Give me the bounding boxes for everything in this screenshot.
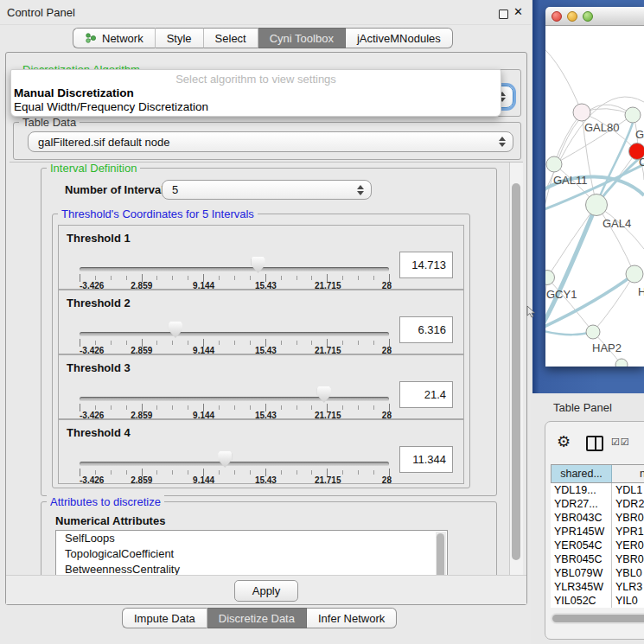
dropdown-prompt: Select algorithm to view settings <box>11 73 501 86</box>
tab-network[interactable]: Network <box>73 28 156 48</box>
node-label: GAL4 <box>603 217 631 230</box>
tab-discretize-data[interactable]: Discretize Data <box>207 608 307 628</box>
network-window-titlebar[interactable] <box>545 7 644 26</box>
attributes-list[interactable]: SelfLoops TopologicalCoefficient Between… <box>55 530 448 576</box>
tab-select[interactable]: Select <box>204 28 258 48</box>
combo-arrows-icon <box>357 185 364 195</box>
list-scrollbar[interactable] <box>436 532 446 576</box>
node-label: GAL11 <box>553 174 588 187</box>
node-label: GAL80 <box>584 121 619 134</box>
dropdown-option-equal-width-frequency[interactable]: Equal Width/Frequency Discretization <box>14 100 208 113</box>
node-gcy1[interactable] <box>545 271 555 285</box>
threshold-slider[interactable] <box>80 332 389 336</box>
table-row[interactable]: YER054CYER0 <box>551 539 644 552</box>
node-bottom-cut[interactable] <box>615 359 628 367</box>
table-row[interactable]: YPR145WYPR1 <box>551 525 644 539</box>
select-columns-icon[interactable]: ☑☑ <box>611 437 630 448</box>
table-data-combobox[interactable]: galFiltered.sif default node <box>28 131 513 152</box>
threshold-row: Threshold 2 -3.4262.8599.14415.4321.7152… <box>58 290 464 354</box>
threshold-label: Threshold 1 <box>67 232 131 245</box>
node-label: C <box>639 156 644 169</box>
node-hap[interactable] <box>626 265 643 283</box>
tab-label: Infer Network <box>318 612 385 625</box>
dropdown-option-manual-discretization[interactable]: Manual Discretization <box>14 86 134 99</box>
table-data-group: Table Data galFiltered.sif default node <box>13 122 521 160</box>
tab-cyni-toolbox[interactable]: Cyni Toolbox <box>258 28 346 48</box>
threshold-slider[interactable] <box>80 397 389 401</box>
table-horizontal-scrollbar[interactable] <box>551 613 644 624</box>
scrollbar-thumb[interactable] <box>552 615 644 622</box>
combo-value: galFiltered.sif default node <box>38 136 169 149</box>
slider-thumb[interactable] <box>169 322 182 338</box>
list-item[interactable]: SelfLoops <box>56 531 447 546</box>
tab-impute-data[interactable]: Impute Data <box>122 608 207 628</box>
column-header-shared-name[interactable]: shared... <box>552 465 612 482</box>
threshold-label: Threshold 4 <box>67 426 131 439</box>
mouse-cursor <box>526 305 537 319</box>
minimize-traffic-light-icon[interactable] <box>567 11 577 22</box>
group-title: Interval Definition <box>47 162 140 175</box>
tab-jactivemnodules[interactable]: jActiveMNodules <box>346 28 453 48</box>
control-panel-tabs: Network Style Select Cyni Toolbox jActiv… <box>73 28 453 48</box>
node-gal3[interactable] <box>625 107 641 123</box>
table-row[interactable]: YBR045CYBR0 <box>551 552 644 566</box>
threshold-label: Threshold 3 <box>67 361 131 374</box>
cyni-toolbox-panel: Discretization Algorithm Table Data galF… <box>5 52 527 605</box>
table-row[interactable]: YBL079WYBL0 <box>551 566 644 580</box>
scrollbar-thumb[interactable] <box>512 183 520 560</box>
table-row[interactable]: YBR043CYBR0 <box>551 511 644 525</box>
settings-scrollbar[interactable] <box>509 163 523 576</box>
node-gal80[interactable] <box>573 104 590 121</box>
threshold-slider[interactable] <box>80 462 389 466</box>
gear-icon[interactable]: ⚙ <box>557 432 571 450</box>
cyni-bottom-tabs: Impute Data Discretize Data Infer Networ… <box>122 608 397 628</box>
num-intervals-label: Number of Intervals <box>65 183 170 196</box>
threshold-value-field[interactable]: 6.316 <box>399 316 453 343</box>
slider-thumb[interactable] <box>317 386 331 403</box>
table-row[interactable]: YDL19...YDL1 <box>551 483 644 497</box>
threshold-value-field[interactable]: 11.344 <box>399 446 453 473</box>
table-row[interactable]: YLR345WYLR3 <box>551 580 644 594</box>
float-window-icon[interactable] <box>499 10 508 19</box>
attributes-group: Attributes to discretize Numerical Attri… <box>41 501 497 576</box>
network-view-window: GAL80 GA C GAL11 GAL4 GCY1 H HAP2 <box>545 7 644 367</box>
network-icon <box>85 32 97 44</box>
split-columns-icon[interactable] <box>586 436 603 451</box>
slider-thumb[interactable] <box>218 451 232 468</box>
interval-definition-group: Interval Definition Number of Intervals … <box>41 168 497 496</box>
zoom-traffic-light-icon[interactable] <box>583 11 593 22</box>
node-label: H <box>638 285 644 298</box>
tab-label: Network <box>102 32 143 45</box>
list-item[interactable]: TopologicalCoefficient <box>56 546 447 562</box>
tab-label: Style <box>167 32 192 45</box>
threshold-slider[interactable] <box>80 267 389 271</box>
threshold-value-field[interactable]: 21.4 <box>399 381 453 408</box>
list-item[interactable]: BetweennessCentrality <box>56 562 447 576</box>
tab-label: Select <box>215 32 246 45</box>
node-gal11[interactable] <box>546 156 562 172</box>
window-title: Control Panel <box>7 6 75 19</box>
node-label: GA <box>635 128 644 141</box>
numerical-attributes-label: Numerical Attributes <box>55 514 165 527</box>
table-row[interactable]: YDR27...YDR2 <box>551 497 644 511</box>
node-gal4[interactable] <box>586 194 608 216</box>
tab-label: Cyni Toolbox <box>270 32 334 45</box>
network-canvas[interactable]: GAL80 GA C GAL11 GAL4 GCY1 H HAP2 <box>545 26 644 367</box>
table-row[interactable]: YIL052CYIL0 <box>551 594 644 608</box>
table-body: YDL19...YDL1 YDR27...YDR2 YBR043CYBR0 YP… <box>551 483 644 608</box>
algorithm-dropdown-popup: Select algorithm to view settings Manual… <box>10 69 501 117</box>
settings-scroll-area: Interval Definition Number of Intervals … <box>10 162 523 576</box>
num-intervals-spinner[interactable]: 5 <box>162 180 372 200</box>
tab-style[interactable]: Style <box>156 28 204 48</box>
slider-thumb[interactable] <box>252 257 265 273</box>
control-panel-titlebar[interactable]: Control Panel ✕ <box>0 0 531 25</box>
close-traffic-light-icon[interactable] <box>552 11 562 22</box>
threshold-value-field[interactable]: 14.713 <box>399 252 453 278</box>
table-panel-title: Table Panel <box>553 401 612 414</box>
tab-infer-network[interactable]: Infer Network <box>307 608 397 628</box>
close-icon[interactable]: ✕ <box>513 5 523 18</box>
column-header-name[interactable]: na <box>612 465 644 482</box>
threshold-label: Threshold 2 <box>67 296 131 309</box>
apply-button[interactable]: Apply <box>234 580 298 602</box>
node-hap2[interactable] <box>586 325 600 339</box>
